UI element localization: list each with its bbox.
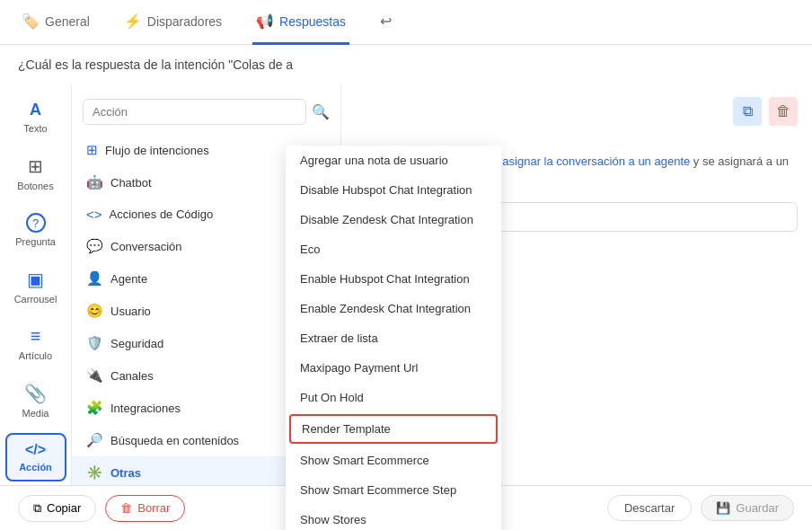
tag-icon: 🏷️ <box>22 13 40 30</box>
lightning-icon: ⚡ <box>124 13 142 30</box>
save-button[interactable]: 💾 Guardar <box>701 495 794 521</box>
search-row: 🔍 <box>72 93 340 134</box>
submenu-show-smart-ecommerce[interactable]: Show Smart Ecommerce <box>286 446 501 475</box>
search-button[interactable]: 🔍 <box>312 103 330 120</box>
delete-action-button[interactable]: 🗑 <box>769 97 798 126</box>
botones-icon: ⊞ <box>28 155 43 177</box>
flujo-icon: ⊞ <box>86 142 98 158</box>
search-content-icon: 🔎 <box>86 432 103 448</box>
conv-icon: 💬 <box>86 238 103 254</box>
tab-respuestas[interactable]: 📢 Respuestas <box>252 1 349 45</box>
submenu-show-stores[interactable]: Show Stores <box>286 505 501 530</box>
submenu-agregar-nota[interactable]: Agregar una nota de usuario <box>286 146 501 175</box>
user-icon: 😊 <box>86 303 103 319</box>
submenu-overlay: Agregar una nota de usuario Disable Hubs… <box>286 146 501 530</box>
sidebar-item-carrousel[interactable]: ▣ Carrousel <box>5 261 66 312</box>
top-nav: 🏷️ General ⚡ Disparadores 📢 Respuestas ↩ <box>0 0 812 45</box>
trash-icon: 🗑 <box>120 501 132 515</box>
bottom-left-actions: ⧉ Copiar 🗑 Borrar <box>18 495 185 522</box>
submenu-render-template[interactable]: Render Template <box>289 414 498 444</box>
texto-icon: A <box>30 101 41 119</box>
submenu-extraer-lista[interactable]: Extraer de lista <box>286 323 501 353</box>
pregunta-icon: ? <box>26 213 46 233</box>
assign-link[interactable]: asignar la conversación a un agente <box>502 155 690 168</box>
tab-history[interactable]: ↩ <box>376 1 395 45</box>
save-icon: 💾 <box>716 501 730 515</box>
question-row: ¿Cuál es la respuesta de la intención "C… <box>0 45 812 84</box>
megaphone-icon: 📢 <box>256 13 274 30</box>
shield-icon: 🛡️ <box>86 335 103 351</box>
copy-button[interactable]: ⧉ Copiar <box>18 495 96 522</box>
submenu-disable-hubspot[interactable]: Disable Hubspot Chat Integration <box>286 175 501 205</box>
sidebar-item-texto[interactable]: A Texto <box>5 93 66 141</box>
sidebar-item-botones[interactable]: ⊞ Botones <box>5 148 66 199</box>
submenu-put-on-hold[interactable]: Put On Hold <box>286 383 501 412</box>
bottom-right-actions: Descartar 💾 Guardar <box>607 495 794 521</box>
action-buttons: ⧉ 🗑 <box>733 97 798 126</box>
submenu-show-smart-ecommerce-step[interactable]: Show Smart Ecommerce Step <box>286 475 501 505</box>
submenu-eco[interactable]: Eco <box>286 234 501 264</box>
history-icon: ↩ <box>380 13 392 30</box>
media-icon: 📎 <box>24 383 47 404</box>
code-icon: <> <box>86 207 102 222</box>
accion-icon: </> <box>25 442 46 458</box>
other-icon: ✳️ <box>86 464 103 481</box>
tab-disparadores[interactable]: ⚡ Disparadores <box>120 1 225 45</box>
integ-icon: 🧩 <box>86 400 103 416</box>
chatbot-icon: 🤖 <box>86 174 103 190</box>
delete-button[interactable]: 🗑 Borrar <box>105 495 185 522</box>
channels-icon: 🔌 <box>86 367 103 384</box>
discard-button[interactable]: Descartar <box>607 495 692 521</box>
sidebar-item-media[interactable]: 📎 Media <box>5 375 66 426</box>
submenu-enable-zendesk[interactable]: Enable Zendesk Chat Integration <box>286 294 501 323</box>
articulo-icon: ≡ <box>31 326 41 347</box>
submenu-disable-zendesk[interactable]: Disable Zendesk Chat Integration <box>286 205 501 234</box>
sidebar-item-articulo[interactable]: ≡ Artículo <box>5 319 66 368</box>
tab-general[interactable]: 🏷️ General <box>18 1 93 45</box>
submenu-maxipago[interactable]: Maxipago Payment Url <box>286 353 501 383</box>
sidebar-item-pregunta[interactable]: ? Pregunta <box>5 206 66 254</box>
carrousel-icon: ▣ <box>27 269 44 290</box>
copy-icon: ⧉ <box>33 501 41 516</box>
search-input[interactable] <box>83 99 306 125</box>
sidebar-item-accion[interactable]: </> Acción <box>5 433 66 481</box>
left-panel: A Texto ⊞ Botones ? Pregunta ▣ Carrousel… <box>0 84 72 485</box>
copy-action-button[interactable]: ⧉ <box>733 97 762 126</box>
submenu-enable-hubspot[interactable]: Enable Hubspot Chat Integration <box>286 264 501 294</box>
main-area: A Texto ⊞ Botones ? Pregunta ▣ Carrousel… <box>0 84 812 485</box>
agent-icon: 👤 <box>86 270 103 287</box>
